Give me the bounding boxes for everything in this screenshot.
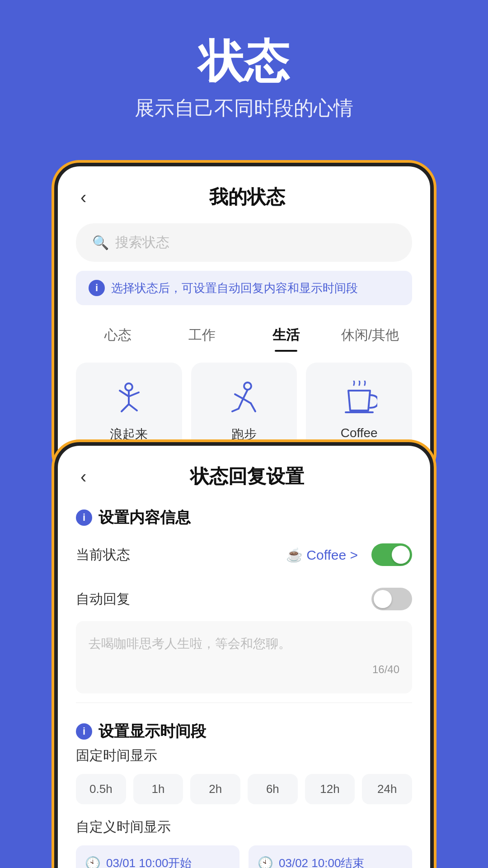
custom-time-row: 🕙 03/01 10:00开始 🕙 03/02 10:00结束 [76,845,412,868]
svg-line-5 [129,404,137,410]
status-label-wave: 浪起来 [110,426,148,443]
search-icon: 🔍 [92,235,109,250]
card-reply-settings: ‹ 状态回复设置 i 设置内容信息 当前状态 ☕ Coffee > 自动回复 [54,442,434,868]
start-time-button[interactable]: 🕙 03/01 10:00开始 [76,845,239,868]
fixed-time-section: 固定时间显示 0.5h 1h 2h 6h 12h 24h [58,746,430,818]
status-toggle[interactable] [371,543,412,566]
status-label-run: 跑步 [231,426,257,443]
tab-leisure[interactable]: 休闲/其他 [328,319,412,352]
section2-title: i 设置显示时间段 [58,712,430,746]
current-status-label: 当前状态 [76,546,130,564]
svg-point-6 [244,382,251,390]
time-option-0[interactable]: 0.5h [76,774,126,804]
svg-line-7 [243,390,248,399]
time-option-4[interactable]: 12h [305,774,355,804]
svg-line-9 [243,399,251,403]
svg-line-12 [232,409,239,411]
run-icon [226,381,262,417]
reply-textarea[interactable]: 去喝咖啡思考人生啦，等会和您聊。 16/40 [76,621,412,693]
page-title: 状态 [0,36,488,86]
coffee-icon [341,381,377,417]
current-status-value[interactable]: ☕ Coffee > [286,547,358,563]
reply-char-count: 16/40 [89,663,399,676]
auto-reply-toggle-knob [374,590,392,608]
card2-back-button[interactable]: ‹ [80,467,86,487]
phone-stack: ‹ 我的状态 🔍 搜索状态 i 选择状态后，可设置自动回复内容和显示时间段 心态… [54,163,434,868]
svg-line-2 [120,391,129,396]
svg-line-10 [239,399,243,409]
search-bar[interactable]: 🔍 搜索状态 [76,223,412,262]
auto-reply-row: 自动回复 [58,577,430,621]
page-subtitle: 展示自己不同时段的心情 [0,95,488,122]
end-clock-icon: 🕙 [258,856,273,868]
tab-work[interactable]: 工作 [160,319,244,352]
svg-line-3 [129,392,139,396]
start-time-text: 03/01 10:00开始 [106,855,192,868]
start-clock-icon: 🕙 [85,856,101,868]
svg-line-8 [235,394,243,399]
custom-time-section: 自定义时间显示 🕙 03/01 10:00开始 🕙 03/02 10:00结束 [58,818,430,868]
current-status-row: 当前状态 ☕ Coffee > [58,533,430,577]
time-options-row: 0.5h 1h 2h 6h 12h 24h [76,774,412,804]
toggle-knob [392,546,410,564]
time-option-2[interactable]: 2h [190,774,240,804]
header-section: 状态 展示自己不同时段的心情 [0,0,488,149]
fixed-time-label: 固定时间显示 [76,746,412,765]
category-tabs: 心态 工作 生活 休闲/其他 [58,314,430,352]
section2-title-text: 设置显示时间段 [99,721,206,742]
card1-title: 我的状态 [86,184,408,210]
info-banner-text: 选择状态后，可设置自动回复内容和显示时间段 [111,280,358,296]
svg-point-0 [125,383,132,391]
section1-title-text: 设置内容信息 [99,507,191,528]
end-time-button[interactable]: 🕙 03/02 10:00结束 [249,845,412,868]
status-label-coffee: Coffee [341,426,378,440]
reply-placeholder: 去喝咖啡思考人生啦，等会和您聊。 [89,634,399,654]
wave-icon [111,381,147,417]
auto-reply-toggle[interactable] [371,588,412,610]
svg-line-4 [122,404,129,411]
time-option-3[interactable]: 6h [248,774,298,804]
section1-title: i 设置内容信息 [58,498,430,533]
divider1 [76,703,412,703]
end-time-text: 03/02 10:00结束 [279,855,364,868]
time-option-5[interactable]: 24h [362,774,412,804]
card1-back-button[interactable]: ‹ [80,187,86,208]
search-placeholder-text: 搜索状态 [115,233,169,252]
tab-life[interactable]: 生活 [244,319,328,352]
time-option-1[interactable]: 1h [133,774,183,804]
section1-info-icon: i [76,509,92,526]
tab-xintai[interactable]: 心态 [76,319,160,352]
card1-header: ‹ 我的状态 [58,166,430,219]
section2-info-icon: i [76,723,92,740]
custom-time-label: 自定义时间显示 [76,818,412,836]
svg-line-11 [251,403,255,411]
card-my-status: ‹ 我的状态 🔍 搜索状态 i 选择状态后，可设置自动回复内容和显示时间段 心态… [54,163,434,478]
info-banner: i 选择状态后，可设置自动回复内容和显示时间段 [76,271,412,305]
card2-header: ‹ 状态回复设置 [58,446,430,498]
auto-reply-label: 自动回复 [76,590,130,609]
card2-title: 状态回复设置 [86,464,408,489]
info-icon: i [89,280,105,296]
